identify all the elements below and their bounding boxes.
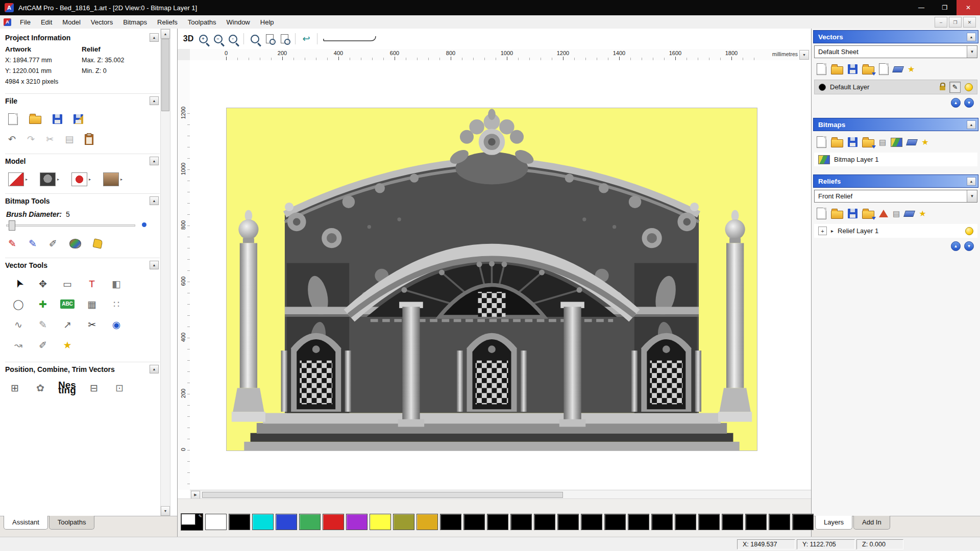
switch-3d-view-button[interactable]: 3D <box>182 32 195 46</box>
delete-relief-layer-icon[interactable] <box>903 211 915 217</box>
new-relief-star-icon[interactable]: ★ <box>919 210 926 218</box>
menu-item[interactable]: Edit <box>36 16 57 28</box>
palette-swatch[interactable] <box>792 514 814 530</box>
open-relief-layer-icon[interactable] <box>831 211 843 219</box>
move-layer-up-icon[interactable]: ▲ <box>951 98 961 108</box>
layer-colour-icon[interactable] <box>819 84 826 91</box>
palette-swatch[interactable] <box>205 514 227 530</box>
rollup-button[interactable]: ▲ <box>150 261 159 269</box>
menu-item[interactable]: Reliefs <box>152 16 183 28</box>
text-abc-icon[interactable]: ABC <box>60 299 75 309</box>
palette-swatch[interactable] <box>628 514 649 530</box>
palette-icon[interactable] <box>69 239 81 248</box>
set-model-size-icon[interactable]: ▸ <box>8 172 28 186</box>
undo-icon[interactable]: ↶ <box>8 135 16 144</box>
mirror-tool-icon[interactable]: ◧ <box>104 273 129 294</box>
move-layer-down-icon[interactable]: ▼ <box>964 98 974 108</box>
palette-swatch[interactable] <box>440 514 461 530</box>
palette-swatch[interactable] <box>675 514 696 530</box>
zoom-objects-icon[interactable] <box>263 32 276 46</box>
save-vector-layer-icon[interactable] <box>848 64 857 74</box>
new-bitmap-star-icon[interactable]: ★ <box>921 138 928 146</box>
measure-tool-icon[interactable]: ✐ <box>31 335 55 355</box>
nesting-icon[interactable]: Nes ting <box>58 381 76 395</box>
rollup-button[interactable]: ▲ <box>967 33 976 41</box>
save-model-icon[interactable] <box>53 114 62 124</box>
move-layer-down-icon[interactable]: ▼ <box>964 241 974 251</box>
freehand-tool-icon[interactable]: ↝ <box>6 335 31 355</box>
export-model-icon[interactable] <box>74 114 83 124</box>
rollup-button[interactable]: ▲ <box>967 120 976 129</box>
expand-arrow-icon[interactable]: ▸ <box>831 228 834 234</box>
close-button[interactable]: ✕ <box>957 0 980 15</box>
new-sheet-icon[interactable] <box>879 63 889 75</box>
new-bitmap-layer-icon[interactable] <box>817 136 826 148</box>
rollup-button[interactable]: ▲ <box>967 177 976 186</box>
menu-item[interactable]: Toolpaths <box>183 16 222 28</box>
palette-swatch[interactable] <box>229 514 250 530</box>
zoom-scale-icon[interactable] <box>278 32 291 46</box>
previous-view-icon[interactable]: ↩ <box>300 32 313 46</box>
menu-item[interactable]: File <box>15 16 36 28</box>
vector-sheet-select[interactable]: Default Sheet ▼ <box>814 45 977 58</box>
dropdown-arrow-icon[interactable]: ▼ <box>967 46 977 58</box>
rollup-button[interactable]: ▲ <box>150 33 159 42</box>
scrollbar-thumb[interactable] <box>161 39 169 111</box>
adjust-lighting-icon[interactable]: ▸ <box>40 172 59 186</box>
node-edit-icon[interactable]: ✎ <box>31 314 55 335</box>
palette-swatch[interactable] <box>604 514 626 530</box>
vector-layer-row[interactable]: Default Layer ✎ <box>814 80 977 94</box>
copy-icon[interactable]: ▤ <box>65 135 74 144</box>
load-image-icon[interactable]: ▸ <box>103 172 122 186</box>
new-layer-star-icon[interactable]: ★ <box>908 65 915 73</box>
palette-swatch[interactable] <box>346 514 368 530</box>
distort-tool-icon[interactable]: ▦ <box>80 294 104 314</box>
draw-tool-icon[interactable]: ✎ <box>8 239 16 248</box>
menu-item[interactable]: Model <box>57 16 85 28</box>
paste-icon[interactable] <box>85 134 93 145</box>
tab-add-in[interactable]: Add In <box>853 516 890 530</box>
primary-secondary-colour-swatch[interactable]: ✎ <box>181 513 203 531</box>
palette-swatch[interactable] <box>769 514 790 530</box>
trim-tool-icon[interactable]: ✂ <box>80 314 104 335</box>
move-layer-up-icon[interactable]: ▲ <box>951 241 961 251</box>
colour-picker-icon[interactable]: ✐ <box>49 239 57 248</box>
zoom-in-icon[interactable]: + <box>197 32 210 46</box>
bitmap-artwork[interactable] <box>226 108 757 451</box>
palette-swatch[interactable] <box>534 514 555 530</box>
merge-bitmap-icon[interactable]: ▤ <box>879 138 886 146</box>
visibility-bulb-icon[interactable] <box>965 83 973 91</box>
h-scrollbar-thumb[interactable] <box>202 492 563 498</box>
ruler-units-dropdown-icon[interactable]: ▼ <box>799 50 809 60</box>
new-vector-layer-icon[interactable] <box>817 63 826 75</box>
relief-shape-icon[interactable] <box>879 210 888 217</box>
extrude-tool-icon[interactable]: ◉ <box>104 314 129 335</box>
zoom-window-icon[interactable]: ▫ <box>226 32 239 46</box>
palette-swatch[interactable] <box>722 514 743 530</box>
visibility-bulb-icon[interactable] <box>965 227 973 235</box>
lock-icon[interactable] <box>940 86 945 90</box>
palette-swatch[interactable] <box>463 514 485 530</box>
scroll-up-icon[interactable]: ▲ <box>161 29 170 39</box>
palette-swatch[interactable] <box>323 514 344 530</box>
circular-array-icon[interactable]: ✿ <box>33 381 48 395</box>
add-relief-icon[interactable]: + <box>818 227 827 235</box>
new-relief-layer-icon[interactable] <box>817 208 826 219</box>
save-relief-layer-icon[interactable] <box>848 209 857 218</box>
palette-swatch[interactable] <box>651 514 673 530</box>
mdi-close-button[interactable]: ✕ <box>963 17 976 28</box>
save-bitmap-layer-icon[interactable] <box>848 137 857 147</box>
relief-stamp-icon[interactable]: ▸ <box>71 172 91 186</box>
palette-swatch[interactable] <box>510 514 532 530</box>
mdi-minimize-button[interactable]: – <box>935 17 947 28</box>
palette-swatch[interactable] <box>557 514 579 530</box>
palette-swatch[interactable] <box>393 514 414 530</box>
arc-tool-icon[interactable]: ↗ <box>55 314 80 335</box>
canvas-2d-view[interactable] <box>190 60 811 490</box>
open-model-icon[interactable] <box>29 116 41 124</box>
polyline-tool-icon[interactable]: ∿ <box>6 314 31 335</box>
import-relief-icon[interactable] <box>862 211 874 219</box>
menu-item[interactable]: Window <box>222 16 255 28</box>
menu-item[interactable]: Vectors <box>86 16 118 28</box>
left-panel-scrollbar[interactable]: ▲ ▼ <box>160 29 170 516</box>
